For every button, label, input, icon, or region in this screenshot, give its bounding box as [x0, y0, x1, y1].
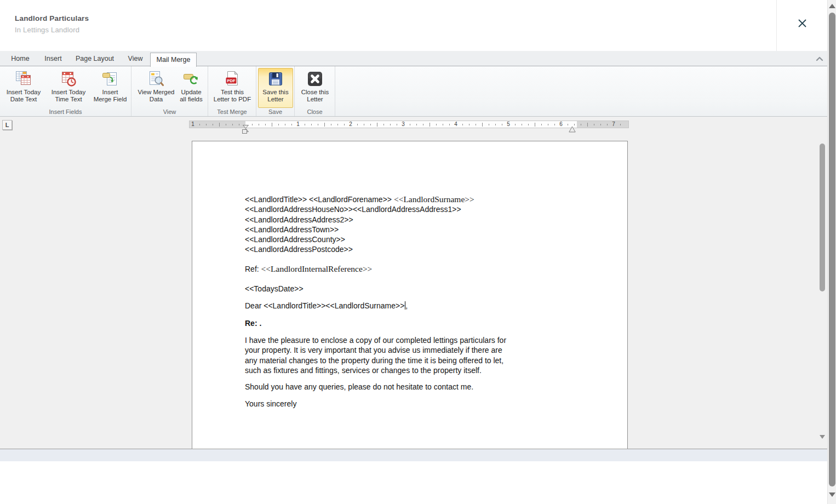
ruler-number: 6: [559, 121, 563, 128]
window-header: Landlord Particulars In Lettings Landlor…: [0, 0, 827, 51]
ruler-tick: [252, 124, 253, 125]
closing-line: Yours sincerely: [245, 399, 627, 409]
ruler-number: 5: [507, 121, 510, 128]
ruler-tick: [535, 123, 535, 127]
tab-home[interactable]: Home: [8, 51, 33, 66]
page-scrollbar-thumb[interactable]: [829, 13, 835, 486]
update-all-fields-button[interactable]: Updateall fields: [176, 68, 206, 108]
ruler-tick: [430, 123, 430, 127]
salutation-line: Dear <<LandlordTitle>><<LandlordSurname>…: [245, 301, 627, 311]
ruler-number: 3: [402, 121, 405, 128]
editor-scroll-down-button[interactable]: [820, 439, 825, 443]
merge-field-icon: [101, 70, 119, 88]
editor-scrollbar-thumb[interactable]: [820, 144, 825, 291]
tab-page-layout[interactable]: Page Layout: [71, 51, 118, 66]
tab-mail-merge[interactable]: Mail Merge: [150, 53, 197, 67]
ruler-tick: [219, 123, 220, 127]
ruler-tick: [390, 124, 391, 125]
group-label-close: Close: [295, 108, 335, 115]
arrow-down-icon: [820, 435, 825, 448]
test-letter-to-pdf-button[interactable]: PDF Test thisLetter to PDF: [210, 68, 254, 108]
ruler-tick: [541, 124, 542, 125]
ruler-tick: [502, 124, 502, 125]
header-divider: [776, 0, 777, 51]
editor-scroll-up-button[interactable]: [820, 135, 825, 139]
ruler-tick: [318, 124, 318, 125]
ruler-tick: [285, 124, 285, 125]
ribbon-group-close: Close thisLetter Close: [295, 66, 335, 116]
calendar-date-icon: [15, 70, 32, 88]
ruler-tick: [469, 124, 469, 125]
ruler-tick: [528, 124, 529, 125]
pdf-icon: PDF: [224, 70, 241, 88]
insert-merge-field-button[interactable]: InsertMerge Field: [91, 68, 129, 108]
ruler-tick: [232, 124, 233, 125]
right-indent-marker[interactable]: [569, 125, 576, 135]
button-label: Updateall fields: [180, 89, 203, 103]
button-label: View MergedData: [138, 89, 175, 103]
ruler-tick: [331, 124, 331, 125]
ruler-tick: [449, 124, 450, 125]
bottom-status-band: [0, 449, 827, 461]
ruler-tick: [337, 124, 338, 125]
page-scroll-down-button[interactable]: [829, 492, 835, 498]
page-scroll-up-button[interactable]: [829, 4, 835, 9]
left-indent-marker[interactable]: [242, 129, 247, 134]
group-label-save: Save: [256, 108, 294, 115]
ribbon-tab-bar: Home Insert Page Layout View Mail Merge: [0, 51, 827, 66]
ruler-tick: [581, 124, 581, 125]
calendar-clock-icon: [60, 70, 77, 88]
ruler-tick: [489, 124, 489, 125]
ruler-tick: [607, 124, 608, 125]
ribbon-group-save: Save thisLetter Save: [256, 66, 295, 116]
ruler-tick: [436, 124, 437, 125]
ribbon-group-insert-fields: Insert TodayDate Text: [0, 66, 131, 116]
ruler-tick: [443, 124, 443, 125]
ruler-tick: [416, 124, 417, 125]
address-line: <<LandlordTitle>> <<LandlordForename>> <…: [245, 194, 627, 204]
tab-view[interactable]: View: [123, 51, 148, 66]
ruler-tick: [199, 124, 200, 125]
ruler-tick: [213, 124, 213, 125]
button-label: Close thisLetter: [301, 89, 329, 103]
ruler-tick: [423, 124, 423, 125]
subject-line: Re: .: [245, 318, 627, 328]
merge-field-internal-reference: <<LandlordInternalReference>>: [261, 264, 373, 273]
close-letter-icon: [306, 70, 324, 88]
ruler-tick: [344, 124, 345, 125]
close-window-button[interactable]: [792, 14, 812, 34]
insert-today-date-button[interactable]: Insert TodayDate Text: [3, 68, 44, 108]
ruler-tick: [548, 124, 548, 125]
arrow-up-icon: [829, 4, 835, 8]
view-merged-data-button[interactable]: View MergedData: [136, 68, 176, 108]
group-label-test-merge: Test Merge: [208, 108, 256, 115]
save-this-letter-button[interactable]: Save thisLetter: [258, 68, 293, 108]
insert-today-time-button[interactable]: Insert TodayTime Text: [47, 68, 90, 108]
ruler-tick: [515, 124, 516, 125]
ruler-tick: [476, 124, 476, 125]
ruler-tick: [568, 124, 568, 125]
ribbon: Insert TodayDate Text: [0, 66, 827, 117]
ruler-tick: [259, 124, 259, 125]
page-scrollbar: [827, 0, 836, 504]
ruler-tick: [377, 123, 377, 127]
collapse-ribbon-button[interactable]: [814, 54, 825, 63]
tab-stop-selector[interactable]: L: [2, 120, 12, 130]
ribbon-group-view: View MergedData Updateall fields View: [131, 66, 208, 116]
group-label-view: View: [131, 108, 208, 115]
ruler-tick: [324, 123, 325, 127]
body-paragraph: I have the pleasure to enclose a copy of…: [245, 335, 627, 375]
svg-text:PDF: PDF: [227, 78, 236, 83]
ruler: 11234567: [189, 121, 629, 128]
body-line: your property. It is very important that…: [245, 345, 627, 355]
chevron-up-icon: [816, 54, 823, 64]
tab-insert[interactable]: Insert: [39, 51, 67, 66]
ruler-tick: [272, 123, 272, 127]
close-icon: [797, 18, 808, 31]
letter-page[interactable]: <<LandlordTitle>> <<LandlordForename>> <…: [192, 141, 628, 449]
page-subtitle: In Lettings Landlord: [15, 26, 89, 34]
ruler-tick: [410, 124, 410, 125]
letter-document: <<LandlordTitle>> <<LandlordForename>> <…: [245, 194, 627, 409]
close-this-letter-button[interactable]: Close thisLetter: [296, 68, 334, 108]
view-merged-data-icon: [147, 70, 165, 88]
